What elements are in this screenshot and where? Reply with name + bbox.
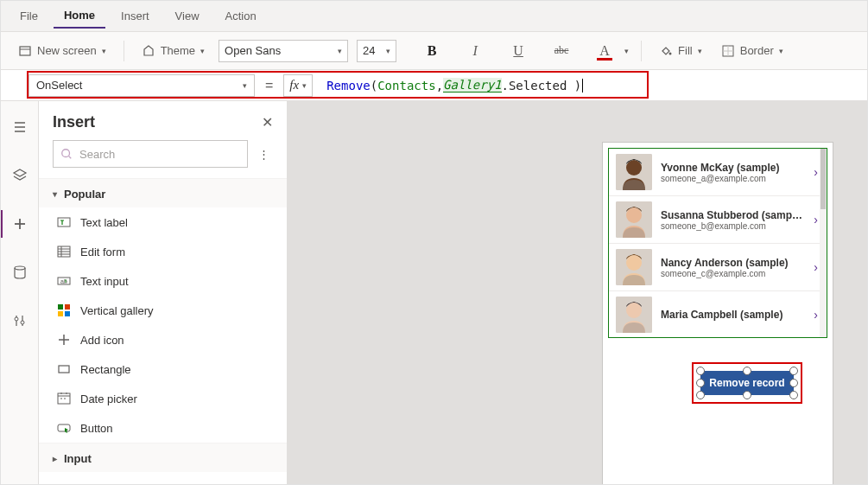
svg-point-15 <box>21 321 24 324</box>
insert-item[interactable]: Text label <box>39 207 287 237</box>
chevron-down-icon: ▾ <box>53 189 57 199</box>
theme-button[interactable]: Theme ▾ <box>136 41 210 61</box>
new-screen-button[interactable]: New screen ▾ <box>13 41 111 61</box>
equals-sign: = <box>262 78 276 93</box>
category-popular[interactable]: ▾ Popular <box>39 178 287 207</box>
chevron-right-icon[interactable]: › <box>812 260 820 274</box>
svg-point-2 <box>669 52 672 54</box>
font-size-select[interactable]: 24 ▾ <box>357 40 396 62</box>
chevron-down-icon: ▾ <box>624 47 629 55</box>
insert-item[interactable]: Button <box>39 413 287 443</box>
resize-handle[interactable] <box>789 391 798 399</box>
more-options-button[interactable]: ⋮ <box>255 148 273 161</box>
svg-point-13 <box>15 317 18 321</box>
search-icon <box>60 148 73 160</box>
menu-bar: File Home Insert View Action <box>1 1 867 32</box>
rail-tree-view[interactable] <box>4 112 35 143</box>
insert-item-label: Rectangle <box>80 363 131 376</box>
svg-rect-29 <box>58 311 63 316</box>
property-select[interactable]: OnSelect ▾ <box>29 74 255 97</box>
search-input[interactable]: Search <box>53 140 248 168</box>
chevron-down-icon: ▾ <box>102 47 106 55</box>
svg-rect-33 <box>59 366 69 373</box>
underline-button[interactable]: U <box>507 40 529 62</box>
insert-item[interactable]: Add icon <box>39 325 287 354</box>
insert-item-label: Date picker <box>80 392 137 405</box>
remove-record-button[interactable]: Remove record <box>700 371 794 395</box>
font-family-select[interactable]: Open Sans ▾ <box>219 40 348 62</box>
insert-item[interactable]: Date picker <box>39 384 287 413</box>
font-color-button[interactable]: A <box>593 40 616 62</box>
border-icon <box>721 44 735 58</box>
insert-item-label: Text input <box>80 275 129 288</box>
chevron-down-icon: ▾ <box>386 47 390 55</box>
font-size-value: 24 <box>363 44 375 57</box>
menu-tab-action[interactable]: Action <box>215 4 267 28</box>
new-screen-icon <box>18 44 32 58</box>
menu-tab-insert[interactable]: Insert <box>111 4 160 28</box>
contact-email: someone_b@example.com <box>661 221 803 231</box>
canvas[interactable]: Yvonne McKay (sample)someone_a@example.c… <box>288 101 867 484</box>
strikethrough-button[interactable]: abc <box>550 40 573 62</box>
gallery-row[interactable]: Maria Campbell (sample)› <box>609 291 827 338</box>
contact-name: Nancy Anderson (sample) <box>661 257 803 269</box>
gallery-info: Susanna Stubberod (sample)someone_b@exam… <box>661 209 803 231</box>
svg-line-17 <box>69 156 72 159</box>
svg-rect-0 <box>20 47 30 55</box>
close-icon[interactable]: ✕ <box>262 114 273 131</box>
button-icon <box>56 420 72 436</box>
menu-tab-view[interactable]: View <box>165 4 210 28</box>
chevron-right-icon[interactable]: › <box>812 308 820 322</box>
border-button[interactable]: Border ▾ <box>716 41 789 61</box>
insert-search-row: Search ⋮ <box>39 140 287 178</box>
theme-icon <box>142 44 155 58</box>
font-family-value: Open Sans <box>225 44 281 57</box>
svg-rect-18 <box>58 218 70 227</box>
insert-item[interactable]: abText input <box>39 266 287 296</box>
app-preview: Yvonne McKay (sample)someone_a@example.c… <box>603 143 833 484</box>
resize-handle[interactable] <box>696 391 705 399</box>
gallery-icon <box>56 303 72 318</box>
rail-insert[interactable] <box>4 208 35 239</box>
category-input[interactable]: ▸ Input <box>39 443 287 472</box>
gallery-control[interactable]: Yvonne McKay (sample)someone_a@example.c… <box>608 148 827 338</box>
resize-handle[interactable] <box>743 367 751 375</box>
category-label: Input <box>64 452 92 465</box>
text-cursor <box>582 79 583 93</box>
gallery-row[interactable]: Nancy Anderson (sample)someone_c@example… <box>609 244 827 291</box>
resize-handle[interactable] <box>789 367 798 375</box>
plus-icon <box>12 216 28 232</box>
scrollbar[interactable] <box>820 149 827 337</box>
formula-input[interactable]: Remove( Contacts, Gallery1.Selected ) <box>320 74 855 97</box>
menu-tab-home[interactable]: Home <box>54 3 105 29</box>
rail-tools[interactable] <box>4 305 35 336</box>
gallery-row[interactable]: Yvonne McKay (sample)someone_a@example.c… <box>609 149 827 196</box>
resize-handle[interactable] <box>743 391 751 399</box>
insert-item[interactable]: Rectangle <box>39 354 287 384</box>
insert-item-label: Edit form <box>80 246 125 258</box>
bold-button[interactable]: B <box>421 40 443 62</box>
gallery-row[interactable]: Susanna Stubberod (sample)someone_b@exam… <box>609 196 827 244</box>
fx-button[interactable]: fx ▾ <box>283 74 313 97</box>
chevron-right-icon[interactable]: › <box>812 213 820 227</box>
scrollbar-thumb[interactable] <box>820 149 826 209</box>
rail-data[interactable] <box>4 257 35 288</box>
resize-handle[interactable] <box>696 379 705 387</box>
svg-point-42 <box>626 160 642 175</box>
italic-button[interactable]: I <box>464 40 486 62</box>
chevron-down-icon: ▾ <box>779 47 783 55</box>
resize-handle[interactable] <box>789 379 798 387</box>
svg-rect-27 <box>58 304 63 310</box>
insert-item[interactable]: Edit form <box>39 237 287 266</box>
insert-item[interactable]: Vertical gallery <box>39 296 287 325</box>
rail-layers[interactable] <box>4 160 35 191</box>
database-icon <box>12 265 28 280</box>
search-placeholder: Search <box>79 148 115 161</box>
svg-point-48 <box>626 303 642 318</box>
chevron-right-icon[interactable]: › <box>812 165 820 179</box>
gallery-info: Nancy Anderson (sample)someone_c@example… <box>661 257 803 278</box>
resize-handle[interactable] <box>696 367 705 375</box>
fill-button[interactable]: Fill ▾ <box>654 41 707 61</box>
svg-point-44 <box>626 207 642 223</box>
menu-tab-file[interactable]: File <box>10 4 48 28</box>
